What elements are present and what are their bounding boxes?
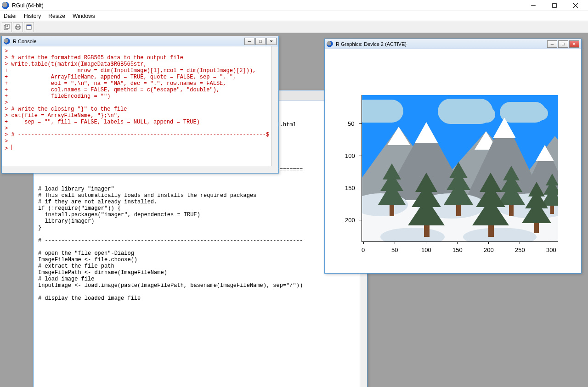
minimize-button[interactable] <box>523 0 544 11</box>
r-logo-icon <box>327 41 333 47</box>
console-maximize-button[interactable]: □ <box>255 38 266 45</box>
text-cursor <box>11 145 11 150</box>
snowcap-shape <box>415 122 438 143</box>
x-tick <box>551 242 551 244</box>
svg-rect-8 <box>17 25 19 27</box>
app-title: RGui (64-bit) <box>12 2 523 9</box>
y-tick-label: 200 <box>345 217 355 224</box>
tree-foliage <box>449 162 468 178</box>
x-tick-label: 200 <box>484 247 494 253</box>
svg-point-6 <box>6 25 8 27</box>
x-tick <box>426 242 426 244</box>
cloud-shape <box>369 107 396 123</box>
x-tick-label: 100 <box>421 247 431 253</box>
graphics-minimize-button[interactable]: ─ <box>547 40 557 48</box>
x-tick <box>395 242 395 244</box>
snowcap-shape <box>536 145 554 161</box>
snowcap-shape <box>493 118 516 138</box>
x-tick-label: 150 <box>452 247 463 253</box>
x-tick <box>363 242 364 244</box>
r-logo-icon <box>2 2 9 9</box>
graphics-title-text: R Graphics: Device 2 (ACTIVE) <box>336 41 547 47</box>
menu-windows[interactable]: Windows <box>73 13 95 19</box>
x-tick <box>488 242 489 244</box>
menu-resize[interactable]: Resize <box>48 13 65 19</box>
tree-foliage <box>528 182 545 196</box>
tree-foliage <box>546 174 558 185</box>
x-tick-label: 0 <box>362 247 365 253</box>
close-button[interactable] <box>565 0 586 11</box>
console-title-text: R Console <box>13 39 244 44</box>
x-tick <box>457 242 458 244</box>
console-scrollbar-horizontal[interactable] <box>2 166 271 173</box>
print-button[interactable] <box>13 22 23 32</box>
x-tick-label: 300 <box>546 247 556 253</box>
copy-clipboard-button[interactable] <box>2 22 12 32</box>
y-tick-label: 150 <box>345 185 355 191</box>
console-window[interactable]: R Console ─ □ ✕ > > # write the formatte… <box>1 36 279 174</box>
y-tick-label: 100 <box>345 152 355 159</box>
scrollbar-corner <box>271 166 278 173</box>
x-tick <box>520 242 520 244</box>
mdi-client-area: ray.R - R Editor # "C:\Program Files\R\R… <box>0 33 588 387</box>
plot-image <box>362 95 558 242</box>
graphics-close-button[interactable]: ✕ <box>569 40 579 48</box>
menu-bar: Datei History Resize Windows <box>0 11 588 21</box>
toolbar <box>0 21 588 33</box>
x-tick-label: 50 <box>391 247 398 253</box>
app-title-bar: RGui (64-bit) <box>0 0 588 11</box>
svg-rect-9 <box>17 28 19 29</box>
tree-foliage <box>503 166 520 180</box>
console-text: > > # write the formatted RGB565 data to… <box>5 48 269 152</box>
console-text-area[interactable]: > > # write the formatted RGB565 data to… <box>2 46 278 166</box>
svg-rect-11 <box>27 25 31 26</box>
graphics-canvas: 50 100 150 200 0 50 100 150 200 250 300 <box>325 49 581 273</box>
tree-foliage <box>480 173 502 192</box>
console-minimize-button[interactable]: ─ <box>244 38 254 45</box>
tree-foliage <box>415 173 437 192</box>
menu-history[interactable]: History <box>24 13 41 19</box>
y-tick-label: 50 <box>348 120 354 127</box>
menu-datei[interactable]: Datei <box>4 13 17 19</box>
console-close-button[interactable]: ✕ <box>266 38 277 45</box>
x-tick-label: 250 <box>515 247 525 253</box>
tree-foliage <box>383 163 401 179</box>
window-button[interactable] <box>24 22 34 32</box>
r-logo-icon <box>4 38 10 45</box>
maximize-button[interactable] <box>544 0 565 11</box>
graphics-maximize-button[interactable]: □ <box>558 40 568 48</box>
graphics-title-bar[interactable]: R Graphics: Device 2 (ACTIVE) ─ □ ✕ <box>325 39 581 49</box>
svg-rect-1 <box>553 3 556 7</box>
console-scrollbar-vertical[interactable] <box>271 46 278 166</box>
graphics-window[interactable]: R Graphics: Device 2 (ACTIVE) ─ □ ✕ 50 1… <box>324 39 582 274</box>
console-title-bar[interactable]: R Console ─ □ ✕ <box>2 36 278 46</box>
